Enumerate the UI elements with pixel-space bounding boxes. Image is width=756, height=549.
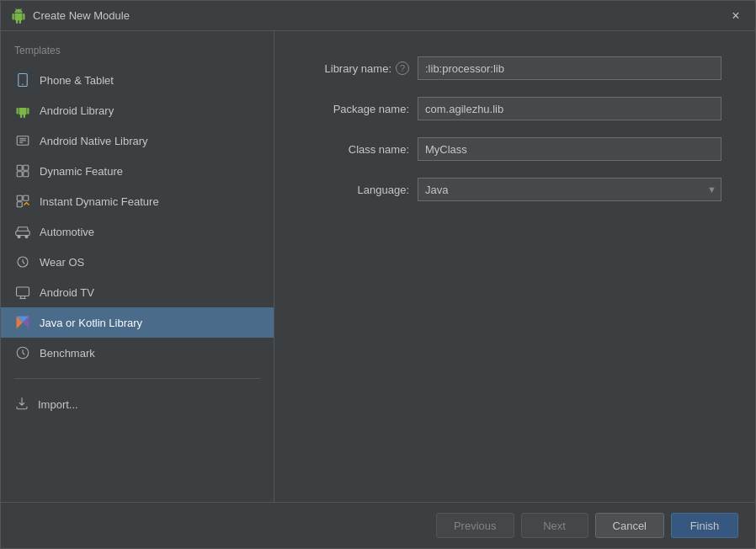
footer: Previous Next Cancel Finish	[1, 502, 755, 548]
svg-rect-7	[24, 165, 29, 170]
svg-rect-8	[17, 172, 22, 177]
svg-point-1	[22, 84, 24, 86]
sidebar-item-wear-os-label: Wear OS	[40, 256, 84, 269]
main-content: Templates Phone & Tablet And	[1, 31, 755, 502]
dynamic-feature-icon	[14, 163, 31, 179]
sidebar-item-instant-dynamic[interactable]: Instant Dynamic Feature	[1, 186, 274, 216]
previous-button[interactable]: Previous	[436, 513, 514, 538]
content-panel: Library name: ? Package name: Class name…	[274, 31, 755, 502]
library-name-label: Library name: ?	[308, 61, 409, 75]
class-name-label: Class name:	[308, 143, 409, 156]
sidebar-item-import[interactable]: Import...	[1, 389, 274, 420]
sidebar-item-android-tv-label: Android TV	[40, 286, 94, 299]
sidebar-item-android-native[interactable]: Android Native Library	[1, 125, 274, 156]
finish-button[interactable]: Finish	[671, 513, 738, 538]
package-name-label: Package name:	[308, 103, 409, 115]
sidebar-item-android-tv[interactable]: Android TV	[1, 277, 274, 307]
android-tv-icon	[14, 284, 31, 301]
cancel-button[interactable]: Cancel	[595, 513, 664, 538]
library-name-input[interactable]	[418, 56, 721, 80]
sidebar-item-automotive-label: Automotive	[40, 226, 94, 238]
import-label: Import...	[38, 398, 78, 411]
sidebar-item-phone-tablet[interactable]: Phone & Tablet	[1, 65, 274, 95]
class-name-row: Class name:	[308, 137, 721, 161]
sidebar-divider	[14, 378, 260, 379]
sidebar-item-android-native-label: Android Native Library	[40, 135, 148, 147]
sidebar-item-wear-os[interactable]: Wear OS	[1, 247, 274, 277]
sidebar-item-java-kotlin[interactable]: Java or Kotlin Library	[1, 307, 274, 338]
templates-label: Templates	[1, 40, 274, 65]
svg-rect-10	[17, 195, 22, 200]
package-name-input[interactable]	[418, 97, 721, 120]
svg-point-15	[25, 236, 28, 238]
instant-dynamic-icon	[14, 193, 31, 210]
next-button[interactable]: Next	[521, 513, 588, 538]
svg-point-14	[18, 236, 20, 238]
benchmark-icon	[14, 344, 31, 361]
android-library-icon	[14, 102, 31, 119]
wear-os-icon	[14, 253, 31, 270]
sidebar-item-dynamic-feature-label: Dynamic Feature	[40, 165, 123, 178]
sidebar-item-instant-dynamic-label: Instant Dynamic Feature	[40, 195, 159, 208]
sidebar-item-java-kotlin-label: Java or Kotlin Library	[40, 317, 142, 329]
create-module-dialog: Create New Module × Templates Phone & Ta…	[0, 0, 756, 549]
svg-rect-9	[24, 172, 29, 177]
svg-rect-6	[17, 165, 22, 170]
svg-rect-11	[24, 195, 29, 200]
language-select[interactable]: Java Kotlin	[418, 178, 721, 201]
language-row: Language: Java Kotlin ▼	[308, 178, 721, 201]
library-name-help-icon[interactable]: ?	[396, 61, 409, 75]
android-native-icon	[14, 132, 31, 149]
sidebar: Templates Phone & Tablet And	[1, 31, 274, 502]
dialog-title: Create New Module	[33, 9, 130, 22]
kotlin-icon	[14, 314, 31, 331]
sidebar-item-benchmark-label: Benchmark	[40, 347, 95, 360]
svg-rect-12	[17, 202, 22, 207]
class-name-input[interactable]	[418, 137, 721, 161]
library-name-row: Library name: ?	[308, 56, 721, 80]
android-title-icon	[11, 8, 26, 24]
language-label: Language:	[308, 184, 409, 196]
import-icon	[14, 396, 29, 413]
title-bar: Create New Module ×	[1, 1, 755, 31]
automotive-icon	[14, 223, 31, 240]
svg-line-18	[23, 262, 24, 264]
sidebar-item-android-library-label: Android Library	[40, 104, 114, 117]
phone-tablet-icon	[14, 72, 31, 88]
language-select-wrapper: Java Kotlin ▼	[418, 178, 721, 201]
close-button[interactable]: ×	[727, 7, 745, 25]
sidebar-item-automotive[interactable]: Automotive	[1, 216, 274, 247]
sidebar-item-phone-tablet-label: Phone & Tablet	[40, 74, 114, 87]
package-name-row: Package name:	[308, 97, 721, 120]
sidebar-item-benchmark[interactable]: Benchmark	[1, 338, 274, 368]
svg-rect-19	[17, 287, 29, 296]
svg-rect-13	[16, 231, 30, 235]
sidebar-item-dynamic-feature[interactable]: Dynamic Feature	[1, 156, 274, 186]
sidebar-item-android-library[interactable]: Android Library	[1, 95, 274, 125]
title-bar-left: Create New Module	[11, 8, 130, 24]
